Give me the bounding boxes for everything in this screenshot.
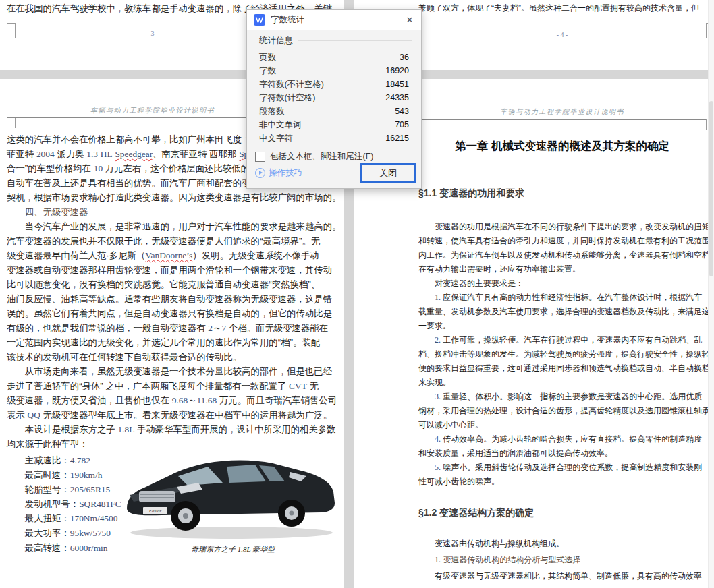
statistics-group-label: 统计信息 bbox=[259, 35, 412, 47]
stat-label: 字数 bbox=[259, 64, 276, 78]
latin-text: 7 bbox=[221, 323, 226, 333]
close-icon[interactable]: ✕ bbox=[398, 10, 421, 30]
chapter-title: 第一章 机械式变速器的概述及其方案的确定 bbox=[418, 139, 706, 154]
text-line: 级变速器，既方便又省油，且售价也仅在 9.68～11.68 万元。而且奇瑞汽车销… bbox=[7, 393, 343, 408]
section-1-2-title: §1.2 变速器结构方案的确定 bbox=[418, 507, 534, 519]
text-line: 油门反应慢、油耗高等缺点。通常有些朋友将自动变速器称为无级变速器，这是错 bbox=[7, 292, 343, 307]
latin-text: 1. bbox=[435, 293, 441, 302]
latin-text: 95kw/5750 bbox=[70, 528, 111, 538]
group-rule bbox=[298, 40, 412, 41]
text-line: 变速器由传动机构与操纵机构组成。 bbox=[418, 535, 709, 552]
text-line: 和安装质量，采用适当的润滑油都可以提高传动效率。 bbox=[418, 446, 709, 461]
text-line: 2. 工作可靠，操纵轻便。汽车在行驶过程中，变速器内不应有自动跳档、乱 bbox=[418, 333, 709, 347]
include-textbox-checkbox-row: 包括文本框、脚注和尾注(F) bbox=[255, 151, 421, 163]
text-line: 从市场走向来看，虽然无级变速器是一个技术分量比较高的部件，但是也已经 bbox=[7, 364, 343, 379]
vertical-scrollbar[interactable] bbox=[708, 0, 714, 588]
text-line: 有级变速器与无级变速器相比，其结构简单、制造低廉，具有高的传动效率 bbox=[418, 568, 709, 584]
latin-text: 5. bbox=[435, 463, 441, 472]
stat-label: 段落数 bbox=[259, 105, 285, 118]
page4-last-line: 兼顾了双方，体现了“夫妻档”。虽然这种二合一的配置拥有较高的技术含量，但 bbox=[418, 3, 699, 14]
latin-text: 4. bbox=[435, 434, 441, 444]
latin-text: 1. bbox=[435, 555, 441, 564]
stat-value: 18451 bbox=[385, 78, 409, 91]
right-running-header: 车辆与动力工程学院毕业设计说明书 bbox=[418, 107, 706, 117]
text-line: 钢材，采用合理的热处理，设计合适的齿形，提高齿轮精度以及选用圆锥滚柱轴承 bbox=[418, 404, 709, 418]
page5-body-text: 变速器的功用是根据汽车在不同的行驶条件下提出的要求，改变发动机的扭矩和转速，使汽… bbox=[418, 220, 709, 489]
text-line: 对变速器的主要要求是： bbox=[418, 276, 709, 291]
close-button[interactable]: 关闭 bbox=[360, 163, 416, 183]
latin-text: CVT bbox=[289, 381, 307, 391]
stat-value: 16920 bbox=[385, 64, 409, 78]
play-circle-icon[interactable] bbox=[255, 168, 265, 178]
latin-text: 11.68 bbox=[197, 395, 217, 405]
text-line: 和转速，使汽车具有适合的牵引力和速度，并同时保持发动机在最有利的工况范围 bbox=[418, 234, 709, 248]
svg-text:Eastar: Eastar bbox=[148, 508, 162, 514]
text-line: 一要求。 bbox=[418, 319, 709, 333]
text-line: 表示 QQ 无级变速器型年底上市。看来无级变速器在中档车中的运用将越为广泛。 bbox=[7, 408, 343, 423]
text-line: 档、换档冲击等现象的发生。为减轻驾驶员的疲劳强度，提高行驶安全性，操纵轻 bbox=[418, 347, 709, 361]
word-count-dialog: 字数统计 ✕ 统计信息 页数36字数16920字符数(不计空格)18451字符数… bbox=[246, 9, 422, 189]
text-line: 变速器或自动变速器那样用齿轮变速，而是用两个滑轮和一个钢带来变速，其传动 bbox=[7, 263, 343, 278]
text-line: 一定范围内实现速比的无级变化，并选定几个常用的速比作为常用的“档”。装配 bbox=[7, 335, 343, 350]
text-line: 便的要求日益显得重要，这可通过采用同步器和预选气动换档或自动、半自动换档 bbox=[418, 361, 709, 376]
text-line: 变速器的功用是根据汽车在不同的行驶条件下提出的要求，改变发动机的扭矩 bbox=[418, 220, 709, 234]
section-1-1-title: §1.1 变速器的功用和要求 bbox=[418, 187, 524, 200]
latin-text: QQ bbox=[28, 410, 40, 420]
text-line: 走进了普通轿车的“身体” 之中，广本两厢飞度每个排量都有一款配置了 CVT 无 bbox=[7, 379, 343, 394]
text-line: 有级的，也就是我们常说的档，一般自动变速器有 2～7 个档。而无级变速器能在 bbox=[7, 321, 343, 336]
stat-label: 非中文单词 bbox=[259, 118, 302, 131]
page4-number: - 4 - bbox=[418, 31, 706, 38]
stat-label: 字符数(计空格) bbox=[259, 91, 315, 105]
latin-text: 6000r/min bbox=[70, 543, 108, 553]
stat-row: 页数36 bbox=[259, 51, 409, 64]
latin-text: 205/65R15 bbox=[70, 484, 111, 494]
latin-text: VanDoorne’s bbox=[145, 250, 192, 260]
text-line: 内工作。为保证汽车倒车以及使发动机和传动系能够分离，变速器具有倒档和空档。 bbox=[418, 248, 709, 262]
text-line: 3. 重量轻、体积小。影响这一指标的主要参数是变速器的中心距。选用优质 bbox=[418, 390, 709, 404]
scrollbar-thumb[interactable] bbox=[709, 101, 713, 276]
stat-value: 705 bbox=[395, 118, 409, 131]
stat-row: 段落数543 bbox=[259, 105, 409, 118]
latin-text: 1.8L bbox=[117, 424, 134, 434]
latin-text: Speedgear bbox=[115, 149, 153, 159]
latin-text: 10 bbox=[94, 163, 103, 173]
include-textbox-checkbox[interactable] bbox=[255, 152, 265, 162]
right-header-rule bbox=[418, 119, 706, 120]
latin-text: 4.782 bbox=[70, 455, 90, 465]
text-line: 在有动力输出需要时，还应有功率输出装置。 bbox=[418, 262, 709, 276]
checkbox-label[interactable]: 包括文本框、脚注和尾注(F) bbox=[270, 151, 373, 163]
text-line: 5. 噪声小。采用斜齿轮传动及选择合理的变位系数，提高制造精度和安装刚 bbox=[418, 461, 709, 475]
latin-text: 2004 bbox=[36, 149, 55, 159]
text-line: 契机，根据市场要求精心打造此类变速器。因为这类变速器是有比较广阔的市场的。 bbox=[7, 190, 343, 205]
text-line: 该技术的发动机可在任何转速下自动获得最合适的传动比。 bbox=[7, 350, 343, 365]
text-line: 比可以随意变化，没有换档的突跳感觉。它能克服普通自动变速器“突然换档”、 bbox=[7, 277, 343, 292]
text-line: 1. 变速器传动机构的结构分析与型式选择 bbox=[418, 552, 709, 568]
tips-link-label[interactable]: 操作技巧 bbox=[269, 167, 302, 179]
car-photo-caption: 奇瑞东方之子 1.8L 豪华型 bbox=[135, 544, 331, 554]
text-line: 四、无级变速器 bbox=[7, 205, 343, 220]
stat-row: 中文字符16215 bbox=[259, 131, 409, 145]
stat-value: 24335 bbox=[385, 91, 409, 105]
text-line: 性可减小齿轮的噪声。 bbox=[418, 475, 709, 489]
page5-body-text-2: 变速器由传动机构与操纵机构组成。 1. 变速器传动机构的结构分析与型式选择 有级… bbox=[418, 535, 709, 584]
latin-text: 3. bbox=[435, 392, 441, 401]
text-boundary-mark bbox=[706, 119, 707, 130]
dialog-titlebar: 字数统计 ✕ bbox=[247, 10, 421, 30]
stat-value: 36 bbox=[400, 51, 409, 64]
car-photo: Eastar bbox=[120, 446, 340, 543]
text-line: 来实现。 bbox=[418, 376, 709, 390]
stat-value: 543 bbox=[395, 105, 409, 118]
text-line: 汽车变速器的发展也并不仅限于此，无级变速器便是人们追求的“最高境界”。无 bbox=[7, 234, 343, 249]
statistics-group-text: 统计信息 bbox=[259, 35, 293, 47]
dialog-title: 字数统计 bbox=[271, 14, 304, 26]
latin-text: 2. bbox=[435, 335, 441, 345]
latin-text: HL bbox=[101, 149, 113, 159]
text-line: 误的。虽然它们有着共同点，但是自动变速器只有换档是自动的，但它的传动比是 bbox=[7, 306, 343, 321]
wps-writer-icon bbox=[254, 14, 265, 26]
text-line: 本设计是根据东方之子 1.8L 手动豪华车型而开展的，设计中所采用的相关参数 bbox=[7, 422, 343, 437]
stat-row: 字数16920 bbox=[259, 64, 409, 78]
tips-link[interactable]: 操作技巧 bbox=[255, 167, 302, 179]
latin-text: SQR481FC bbox=[79, 499, 121, 509]
latin-text: 9.68 bbox=[172, 395, 188, 405]
stat-value: 16215 bbox=[385, 131, 409, 145]
